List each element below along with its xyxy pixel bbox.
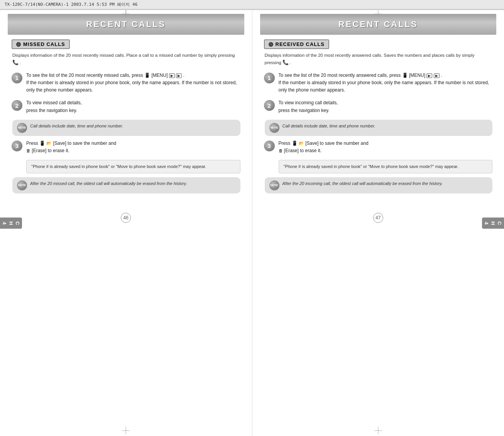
step-num-r2: 2 (264, 100, 275, 111)
crosshair-bottom-icon-right (374, 427, 382, 434)
note-text-1: Call details include date, time and phon… (30, 123, 123, 129)
note-text-2: After the 20 missed call, the oldest cal… (30, 180, 187, 187)
menu-icon-1: 📱 (144, 73, 150, 78)
step-r1: 1 To see the list of the 20 most recentl… (264, 72, 493, 94)
note-box-r2: NOTE After the 20 incoming call, the old… (265, 177, 493, 193)
step-text-1: To see the list of the 20 most recently … (26, 72, 240, 94)
step-num-r1: 1 (264, 73, 275, 83)
note-icon-2: NOTE (17, 180, 27, 190)
key-box-r1a: ▶ (426, 73, 432, 78)
right-page-content: RECEIVED CALLS Displays information of t… (252, 35, 504, 205)
ch-label-left: C (15, 221, 20, 225)
step-text-2: To view missed call details,press the na… (26, 99, 82, 114)
step-num-1: 1 (12, 73, 22, 83)
ch-label-right: C (497, 221, 502, 225)
phone-icon-intro-right: 📞 (282, 59, 289, 65)
crosshair-bottom-right (374, 427, 382, 436)
step-num-3: 3 (12, 141, 22, 151)
key-box-1b: ▶ (176, 73, 182, 78)
step-text-r3: Press 📱 📂 [Save] to save the number and … (279, 140, 369, 154)
ch-num-right: 4 (484, 222, 489, 224)
page-num-value-left: 46 (121, 213, 131, 223)
missed-calls-heading: MISSED CALLS (12, 39, 70, 49)
key-box-1a: ▶ (169, 73, 175, 78)
missed-calls-label: MISSED CALLS (23, 41, 65, 47)
step-r3: 3 Press 📱 📂 [Save] to save the number an… (264, 140, 493, 154)
note-text-r2: After the 20 incoming call, the oldest c… (282, 180, 443, 187)
right-header-title: RECENT CALLS (268, 19, 489, 29)
left-header-title: RECENT CALLS (15, 19, 237, 29)
menu-icon-r1: 📱 (402, 73, 408, 78)
page-received-calls: C H 4 RECENT CALLS RECEIVED CALLS Displa… (252, 10, 504, 436)
topbar-text: TX-120C-7/14(NO-CAMERA)-1 2003.7.14 5:53… (5, 2, 137, 7)
note-box-1: NOTE Call details include date, time and… (12, 120, 240, 136)
step-num-r3: 3 (264, 141, 275, 151)
received-calls-heading: RECEIVED CALLS (264, 39, 329, 49)
note-icon-r2: NOTE (269, 180, 279, 190)
erase-icon-3: 🗑 (26, 148, 30, 153)
top-bar: TX-120C-7/14(NO-CAMERA)-1 2003.7.14 5:53… (0, 0, 504, 9)
step-text-r1: To see the list of the 20 most recently … (279, 72, 493, 94)
side-tab-right: C H 4 (482, 217, 504, 229)
step-3: 3 Press 📱 📂 [Save] to save the number an… (12, 140, 240, 154)
pages-container: C H 4 RECENT CALLS MISSED CALLS Displays… (0, 9, 504, 436)
received-calls-label: RECEIVED CALLS (276, 41, 325, 47)
page-num-left: 46 (0, 213, 252, 223)
erase-icon-r3: 🗑 (279, 148, 283, 153)
step-r2: 2 To view incoming call details,press th… (264, 99, 493, 114)
step-num-2: 2 (12, 100, 22, 111)
ch-label-left2: H (8, 221, 14, 225)
missed-calls-intro: Displays information of the 20 most rece… (12, 52, 240, 66)
note-box-r1: NOTE Call details include date, time and… (265, 120, 493, 136)
left-page-content: MISSED CALLS Displays information of the… (0, 35, 252, 205)
step-2: 2 To view missed call details,press the … (12, 99, 240, 114)
heading-dot (16, 42, 21, 47)
side-tab-left: C H 4 (0, 217, 22, 229)
key-box-r1b: ▶ (434, 73, 440, 78)
heading-dot-right (269, 42, 273, 47)
phone-icon-r3: 📱 (292, 141, 298, 146)
crosshair-top-right (374, 10, 382, 19)
page-missed-calls: C H 4 RECENT CALLS MISSED CALLS Displays… (0, 10, 252, 436)
phone-icon-3: 📱 (39, 141, 45, 146)
note-box-2: NOTE After the 20 missed call, the oldes… (12, 177, 240, 193)
phone-icon-intro: 📞 (12, 59, 19, 65)
step-1: 1 To see the list of the 20 most recentl… (12, 72, 240, 94)
left-page-header: RECENT CALLS (8, 14, 244, 35)
received-calls-intro: Displays information of the 20 most rece… (264, 52, 493, 66)
info-box-left: "Phone # is already saved in phone book"… (26, 160, 240, 173)
save-icon-r3: 📂 (299, 141, 304, 146)
crosshair-bottom-left (122, 427, 130, 436)
step-text-r2: To view incoming call details,press the … (279, 99, 338, 114)
crosshair-top-icon-right (374, 10, 382, 18)
page-num-right: 47 (252, 213, 504, 223)
info-box-right: "Phone # is already saved in phone book"… (279, 160, 493, 173)
save-icon-3: 📂 (46, 141, 52, 146)
page-num-value-right: 47 (373, 213, 383, 223)
note-text-r1: Call details include date, time and phon… (282, 123, 375, 129)
ch-label-right2: H (490, 221, 496, 225)
note-icon-1: NOTE (17, 123, 27, 133)
note-icon-r1: NOTE (269, 123, 279, 133)
ch-num-left: 4 (2, 222, 7, 224)
step-text-3: Press 📱 📂 [Save] to save the number and … (26, 140, 116, 154)
crosshair-bottom-icon-left (122, 427, 130, 434)
